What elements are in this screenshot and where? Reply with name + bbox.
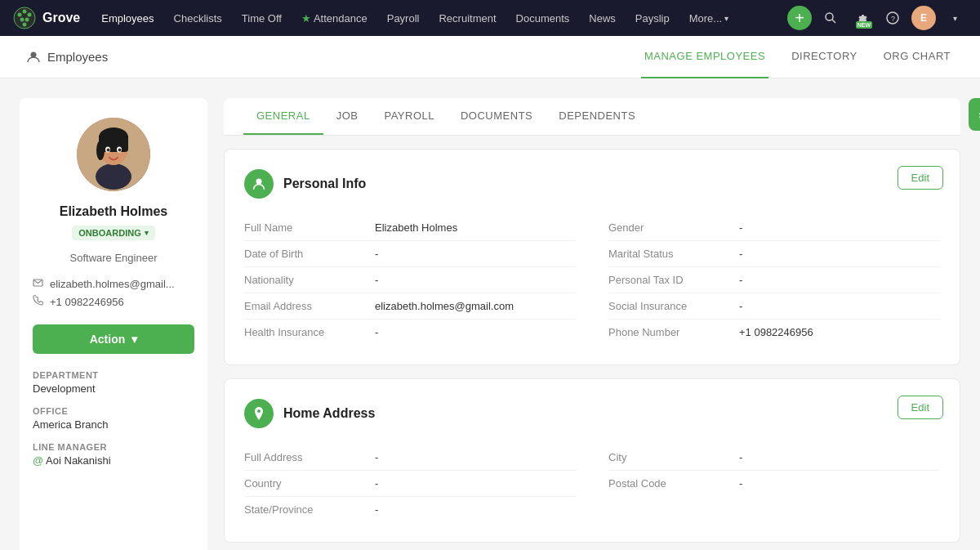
- page-title-area: Employees: [26, 50, 108, 65]
- avatar: [77, 118, 150, 191]
- person-icon: [252, 177, 266, 191]
- field-country: Country -: [244, 471, 576, 497]
- line-manager-value: Aoi Nakanishi: [33, 454, 194, 467]
- tab-documents[interactable]: Documents: [448, 98, 546, 135]
- svg-point-5: [25, 18, 29, 22]
- svg-point-2: [23, 10, 27, 14]
- tabs-wrapper: General Job Payroll Documents Dependents: [224, 98, 960, 136]
- employees-icon: [26, 50, 41, 65]
- department-value: Development: [33, 382, 194, 395]
- svg-line-8: [832, 20, 835, 23]
- avatar-wrap: [33, 118, 194, 191]
- help-icon: ?: [886, 11, 899, 25]
- field-email-address: Email Address elizabeth.holmes@gmail.com: [244, 293, 576, 320]
- subnav: Employees Manage Employees Directory Org…: [0, 36, 980, 78]
- nav-recruitment[interactable]: Recruitment: [430, 0, 504, 36]
- subnav-tab-orgchart[interactable]: Org Chart: [880, 36, 954, 78]
- svg-point-3: [28, 13, 32, 17]
- office-value: America Branch: [33, 418, 194, 431]
- subnav-tabs: Manage Employees Directory Org Chart: [641, 36, 954, 78]
- field-personal-tax-id: Personal Tax ID -: [608, 267, 940, 293]
- star-icon: ★: [301, 12, 311, 25]
- avatar-image: [77, 118, 150, 191]
- user-avatar-nav[interactable]: E: [911, 6, 936, 30]
- field-marital-status: Marital Status -: [608, 241, 940, 267]
- navbar: Grove Employees Checklists Time Off ★ At…: [0, 0, 980, 36]
- user-menu-chevron[interactable]: ▾: [942, 6, 967, 30]
- help-button[interactable]: ?: [880, 6, 905, 30]
- nav-payroll[interactable]: Payroll: [379, 0, 428, 36]
- logo-icon: [13, 7, 36, 29]
- phone-value: +1 0982246956: [50, 296, 124, 308]
- svg-point-6: [23, 23, 27, 27]
- line-manager-section: LINE MANAGER Aoi Nakanishi: [33, 442, 194, 467]
- home-address-right-col: City - Postal Code -: [608, 445, 940, 522]
- page-body: Elizabeth Holmes ONBOARDING ▾ Software E…: [0, 78, 980, 550]
- field-phone-number: Phone Number +1 0982246956: [608, 320, 940, 345]
- home-address-edit-button[interactable]: Edit: [898, 396, 943, 419]
- nav-more[interactable]: More... ▾: [681, 0, 737, 36]
- svg-point-7: [826, 13, 833, 20]
- personal-info-icon: [244, 169, 274, 199]
- personal-info-edit-button[interactable]: Edit: [898, 166, 943, 190]
- navbar-right: + NEW ? E ▾: [787, 6, 967, 30]
- phone-row: +1 0982246956: [33, 295, 194, 308]
- home-address-fields: Full Address - Country - State/Province …: [244, 445, 940, 522]
- field-postal-code: Postal Code -: [608, 471, 940, 496]
- add-button[interactable]: +: [787, 6, 812, 30]
- nav-payslip[interactable]: Payslip: [627, 0, 678, 36]
- personal-info-fields: Full Name Elizabeth Holmes Date of Birth…: [244, 215, 940, 345]
- gear-settings-icon: [977, 106, 980, 123]
- tab-payroll[interactable]: Payroll: [371, 98, 448, 135]
- main-content: General Job Payroll Documents Dependents: [224, 98, 960, 550]
- nav-time-off[interactable]: Time Off: [234, 0, 290, 36]
- settings-fab-button[interactable]: [969, 98, 980, 131]
- email-icon: [33, 277, 43, 290]
- logo-area[interactable]: Grove: [13, 7, 80, 29]
- action-chevron-icon: ▾: [131, 333, 137, 346]
- contact-info: elizabeth.holmes@gmail... +1 0982246956: [33, 277, 194, 308]
- search-button[interactable]: [818, 6, 843, 30]
- job-title: Software Engineer: [33, 252, 194, 264]
- tabs-row: General Job Payroll Documents Dependents: [224, 98, 960, 136]
- nav-documents[interactable]: Documents: [508, 0, 578, 36]
- svg-point-13: [96, 163, 131, 190]
- field-full-name: Full Name Elizabeth Holmes: [244, 215, 576, 241]
- tab-dependents[interactable]: Dependents: [546, 98, 648, 135]
- status-chevron-icon: ▾: [145, 229, 149, 237]
- nav-employees[interactable]: Employees: [93, 0, 162, 36]
- home-address-header: Home Address: [244, 399, 940, 428]
- tab-job[interactable]: Job: [323, 98, 372, 135]
- department-section: DEPARTMENT Development: [33, 370, 194, 395]
- phone-icon: [33, 295, 43, 308]
- logo-text: Grove: [42, 11, 80, 25]
- chevron-down-icon: ▾: [724, 14, 728, 23]
- personal-info-left-col: Full Name Elizabeth Holmes Date of Birth…: [244, 215, 576, 345]
- personal-info-right-col: Gender - Marital Status - Personal Tax I…: [608, 215, 940, 345]
- status-badge[interactable]: ONBOARDING ▾: [72, 226, 154, 240]
- home-address-icon: [244, 399, 274, 428]
- svg-point-1: [18, 13, 22, 17]
- subnav-tab-manage[interactable]: Manage Employees: [641, 36, 768, 78]
- subnav-tab-directory[interactable]: Directory: [788, 36, 861, 78]
- employee-name: Elizabeth Holmes: [33, 204, 194, 219]
- sidebar: Elizabeth Holmes ONBOARDING ▾ Software E…: [20, 98, 207, 550]
- settings-button[interactable]: NEW: [849, 6, 874, 30]
- home-address-card: Home Address Edit Full Address - Country…: [224, 378, 960, 543]
- field-gender: Gender -: [608, 215, 940, 241]
- personal-info-card: Personal Info Edit Full Name Elizabeth H…: [224, 149, 960, 365]
- nav-checklists[interactable]: Checklists: [166, 0, 230, 36]
- department-label: DEPARTMENT: [33, 370, 194, 380]
- svg-point-23: [256, 179, 262, 185]
- tab-general[interactable]: General: [243, 98, 323, 135]
- field-full-address: Full Address -: [244, 445, 576, 471]
- field-health-insurance: Health Insurance -: [244, 320, 576, 345]
- field-state-province: State/Province -: [244, 497, 576, 522]
- field-nationality: Nationality -: [244, 267, 576, 293]
- nav-news[interactable]: News: [581, 0, 624, 36]
- action-button[interactable]: Action ▾: [33, 324, 194, 354]
- nav-attendance[interactable]: ★ Attendance: [293, 0, 376, 36]
- location-icon: [252, 406, 266, 421]
- svg-point-17: [96, 141, 105, 160]
- sidebar-meta: DEPARTMENT Development OFFICE America Br…: [33, 370, 194, 467]
